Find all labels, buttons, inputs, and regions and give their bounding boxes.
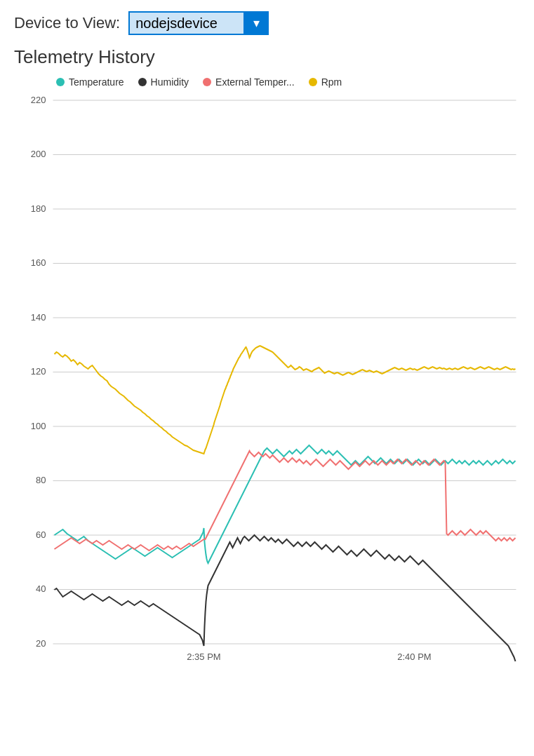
legend-label-humidity: Humidity bbox=[151, 76, 189, 88]
svg-text:2:40 PM: 2:40 PM bbox=[397, 652, 431, 662]
rpm-color-dot bbox=[309, 78, 317, 86]
main-container: Device to View: nodejsdevice Telemetry H… bbox=[0, 0, 534, 756]
device-row: Device to View: nodejsdevice bbox=[14, 11, 520, 35]
chart-legend: Temperature Humidity External Temper... … bbox=[14, 76, 520, 88]
legend-label-external-temp: External Temper... bbox=[215, 76, 295, 88]
svg-text:200: 200 bbox=[31, 149, 46, 159]
svg-text:120: 120 bbox=[31, 366, 46, 377]
device-select-wrapper[interactable]: nodejsdevice bbox=[128, 11, 269, 35]
svg-text:180: 180 bbox=[31, 203, 46, 214]
legend-item-temperature: Temperature bbox=[56, 76, 124, 88]
rpm-line bbox=[55, 346, 516, 454]
legend-item-humidity: Humidity bbox=[138, 76, 189, 88]
svg-text:160: 160 bbox=[31, 257, 46, 268]
svg-text:2:35 PM: 2:35 PM bbox=[187, 652, 220, 662]
svg-text:20: 20 bbox=[36, 638, 46, 649]
svg-text:220: 220 bbox=[31, 95, 46, 105]
chart-title: Telemetry History bbox=[14, 46, 520, 68]
legend-item-rpm: Rpm bbox=[309, 76, 342, 88]
temperature-color-dot bbox=[56, 78, 65, 86]
svg-text:140: 140 bbox=[31, 312, 46, 323]
legend-label-temperature: Temperature bbox=[69, 76, 124, 88]
external-temp-line bbox=[55, 451, 516, 551]
legend-item-external-temp: External Temper... bbox=[203, 76, 295, 88]
legend-label-rpm: Rpm bbox=[321, 76, 342, 88]
svg-text:40: 40 bbox=[36, 583, 46, 594]
device-select[interactable]: nodejsdevice bbox=[128, 11, 269, 35]
humidity-color-dot bbox=[138, 78, 147, 86]
svg-text:80: 80 bbox=[36, 475, 46, 485]
chart-svg: 220 200 180 160 140 120 100 80 60 bbox=[14, 93, 520, 668]
svg-text:60: 60 bbox=[36, 529, 46, 540]
external-temp-color-dot bbox=[203, 78, 211, 86]
svg-text:100: 100 bbox=[31, 421, 46, 431]
chart-area: 220 200 180 160 140 120 100 80 60 bbox=[14, 93, 520, 668]
device-to-view-label: Device to View: bbox=[14, 14, 120, 32]
